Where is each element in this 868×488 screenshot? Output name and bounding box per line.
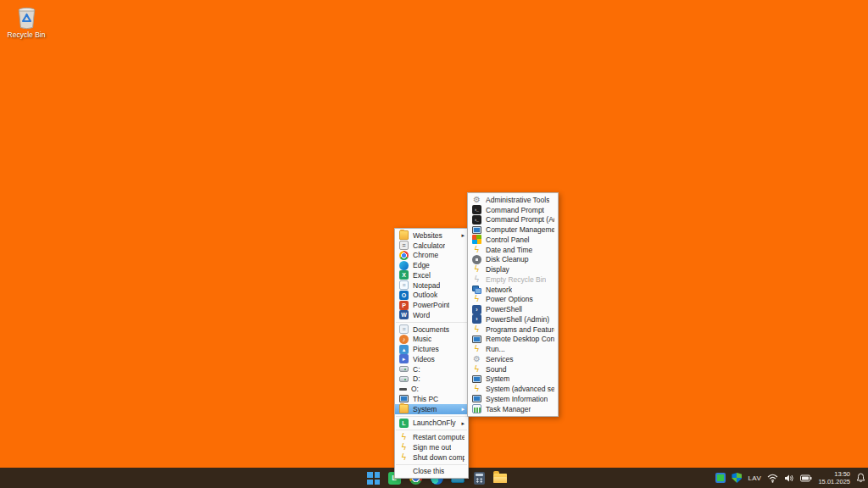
edge-icon <box>399 261 409 270</box>
menu-item-label: System <box>486 374 509 383</box>
menu-item-powerpoint[interactable]: PPowerPoint <box>395 300 468 310</box>
menu-item-websites[interactable]: Websites▸ <box>395 230 468 241</box>
battery-icon[interactable] <box>800 474 812 482</box>
menu-item-services[interactable]: ⚙Services <box>468 354 558 364</box>
calculator-taskbar-button[interactable] <box>471 470 487 485</box>
menu-item-music[interactable]: ♪Music <box>395 335 468 345</box>
menu-item-label: Sign me out <box>413 443 451 452</box>
menu-item-label: Chrome <box>413 251 438 259</box>
menu-item-programs-and-features[interactable]: ϟPrograms and Features <box>468 324 558 335</box>
services-icon: ⚙ <box>472 354 481 363</box>
menu-separator <box>396 416 467 417</box>
bolt-icon: ϟ <box>472 385 481 394</box>
taskbar-clock[interactable]: 13:50 15.01.2025 <box>818 470 850 485</box>
launchonfly-tray-icon[interactable] <box>715 473 726 483</box>
bolt-icon: ϟ <box>399 442 409 452</box>
menu-item-label: Computer Management <box>486 225 554 234</box>
excel-icon: X <box>399 270 409 280</box>
menu-item-network[interactable]: Network <box>468 285 558 295</box>
submenu-arrow-icon: ▸ <box>461 232 465 238</box>
menu-item-notepad[interactable]: ≡Notepad <box>395 280 468 291</box>
menu-item-c[interactable]: C: <box>395 364 468 374</box>
menu-item-label: Sound <box>486 365 507 374</box>
menu-item-sound[interactable]: ϟSound <box>468 364 558 374</box>
submenu-arrow-icon: ▸ <box>461 406 465 412</box>
menu-item-powershell-admin[interactable]: ›PowerShell (Admin) <box>468 314 558 324</box>
menu-item-documents[interactable]: ≡Documents <box>395 324 468 335</box>
menu-item-sign-me-out[interactable]: ϟSign me out <box>395 442 468 452</box>
recycle-bin-shortcut[interactable]: Recycle Bin <box>2 4 51 39</box>
file-explorer-taskbar-button[interactable] <box>492 470 508 485</box>
admin-tools-icon: ⚙ <box>472 195 481 204</box>
menu-separator <box>396 430 467 430</box>
drive-icon <box>399 366 409 372</box>
menu-item-videos[interactable]: ▸Videos <box>395 354 468 364</box>
volume-icon[interactable] <box>784 474 794 483</box>
menu-item-label: Control Panel <box>486 236 530 244</box>
menu-item-label: C: <box>413 365 420 374</box>
defender-shield-icon[interactable] <box>732 473 742 483</box>
menu-item-system-information[interactable]: System Information <box>468 394 558 404</box>
bolt-icon: ϟ <box>472 324 481 334</box>
menu-item-label: Word <box>413 311 430 319</box>
menu-item-label: Outlook <box>413 291 437 299</box>
menu-item-calculator[interactable]: =Calculator <box>395 241 468 251</box>
notepad-icon: ≡ <box>399 280 409 290</box>
menu-item-task-manager[interactable]: Task Manager <box>468 404 558 414</box>
menu-item-system-advanced-settings[interactable]: ϟSystem (advanced settings) <box>468 384 558 394</box>
powerpoint-icon: P <box>399 301 409 310</box>
start-taskbar-button[interactable] <box>365 470 381 485</box>
menu-item-this-pc[interactable]: This PC <box>395 394 468 404</box>
menu-item-o[interactable]: O: <box>395 384 468 394</box>
menu-item-d[interactable]: D: <box>395 374 468 385</box>
chrome-icon <box>399 251 409 260</box>
menu-item-label: LaunchOnFly Pro <box>413 419 457 427</box>
menu-item-date-and-time[interactable]: ϟDate and Time <box>468 245 558 255</box>
menu-item-chrome[interactable]: Chrome <box>395 251 468 261</box>
menu-item-system[interactable]: System <box>468 374 558 385</box>
menu-item-command-prompt-admin[interactable]: ›_Command Prompt (Admin) <box>468 215 558 225</box>
monitor-icon <box>472 336 481 343</box>
bolt-icon: ϟ <box>472 295 481 304</box>
menu-item-label: D: <box>413 374 420 383</box>
menu-item-power-options[interactable]: ϟPower Options <box>468 295 558 305</box>
menu-item-word[interactable]: WWord <box>395 310 468 320</box>
menu-item-restart-computer[interactable]: ϟRestart computer <box>395 432 468 442</box>
menu-item-label: This PC <box>413 395 438 403</box>
menu-item-label: Close this <box>413 467 444 475</box>
taskmgr-icon <box>472 404 481 413</box>
file-explorer-icon <box>493 474 507 483</box>
menu-item-close-this[interactable]: Close this <box>395 467 468 477</box>
mslogo-icon <box>472 235 481 244</box>
menu-item-control-panel[interactable]: Control Panel <box>468 235 558 245</box>
menu-item-label: Pictures <box>413 345 439 353</box>
notification-bell-icon[interactable] <box>856 473 865 483</box>
menu-item-empty-recycle-bin: ϟEmpty Recycle Bin <box>468 274 558 285</box>
system-submenu: ⚙Administrative Tools›_Command Prompt›_C… <box>467 192 559 417</box>
menu-item-excel[interactable]: XExcel <box>395 270 468 280</box>
menu-item-launchonfly-pro[interactable]: LLaunchOnFly Pro▸ <box>395 419 468 429</box>
monitor-icon <box>472 375 481 383</box>
menu-item-administrative-tools[interactable]: ⚙Administrative Tools <box>468 195 558 205</box>
bolt-icon: ϟ <box>472 265 481 274</box>
recycle-bin-icon <box>2 4 51 30</box>
menu-item-display[interactable]: ϟDisplay <box>468 264 558 274</box>
word-icon: W <box>399 310 409 319</box>
menu-item-run[interactable]: ϟRun... <box>468 344 558 354</box>
language-indicator[interactable]: LAV <box>748 474 761 482</box>
menu-item-label: Notepad <box>413 281 440 290</box>
menu-item-outlook[interactable]: OOutlook <box>395 291 468 301</box>
menu-item-system[interactable]: System▸ <box>395 404 468 414</box>
menu-item-label: Command Prompt <box>486 206 544 214</box>
menu-item-shut-down-computer[interactable]: ϟShut down computer <box>395 452 468 463</box>
videos-icon: ▸ <box>399 354 409 363</box>
menu-item-computer-management[interactable]: Computer Management <box>468 225 558 235</box>
menu-item-command-prompt[interactable]: ›_Command Prompt <box>468 205 558 215</box>
menu-item-powershell[interactable]: ›PowerShell <box>468 304 558 314</box>
menu-item-disk-cleanup[interactable]: Disk Cleanup <box>468 255 558 265</box>
wifi-icon[interactable] <box>767 474 778 483</box>
menu-item-pictures[interactable]: ▴Pictures <box>395 344 468 354</box>
menu-item-label: PowerShell (Admin) <box>486 315 549 324</box>
menu-item-edge[interactable]: Edge <box>395 260 468 270</box>
menu-item-remote-desktop-connection[interactable]: Remote Desktop Connection <box>468 335 558 345</box>
